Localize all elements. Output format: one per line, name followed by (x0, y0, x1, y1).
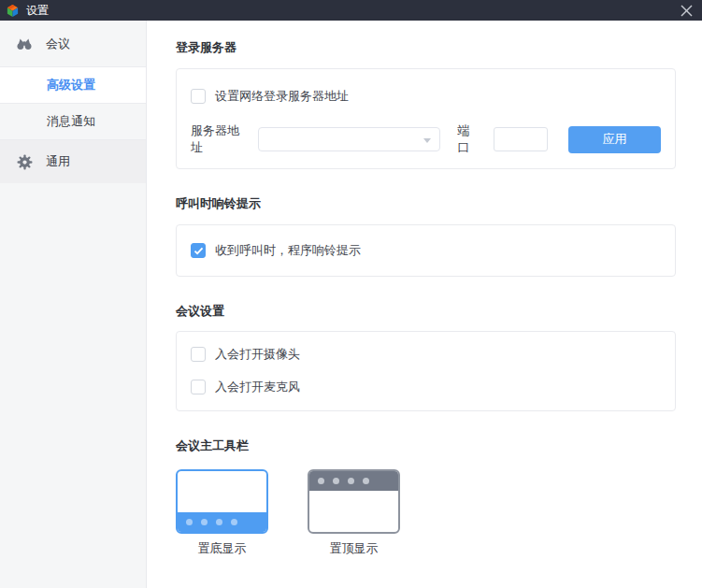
sidebar-item-general[interactable]: 通用 (0, 140, 146, 183)
sidebar-item-label: 通用 (46, 153, 70, 170)
window-title: 设置 (26, 3, 49, 19)
section-title-main-toolbar: 会议主工具栏 (176, 437, 678, 454)
sidebar-item-meeting[interactable]: 会议 (0, 21, 146, 67)
toolbar-bar-top (309, 471, 398, 491)
server-address-select[interactable] (258, 127, 440, 151)
port-input[interactable] (494, 127, 548, 151)
camera-on-join-checkbox[interactable] (191, 347, 206, 362)
sidebar-item-label: 高级设置 (47, 77, 95, 93)
ring-on-call-checkbox-label: 收到呼叫时，程序响铃提示 (215, 242, 361, 259)
sidebar-item-label: 消息通知 (47, 113, 95, 130)
binoculars-icon (16, 36, 33, 50)
ring-alert-card: 收到呼叫时，程序响铃提示 (176, 224, 676, 277)
toolbar-dot-icon (333, 478, 339, 484)
toolbar-bottom-label: 置底显示 (198, 540, 247, 557)
close-icon (681, 5, 693, 17)
section-title-login-server: 登录服务器 (176, 39, 678, 56)
meeting-settings-card: 入会打开摄像头 入会打开麦克风 (176, 331, 676, 411)
sidebar-item-advanced-settings[interactable]: 高级设置 (0, 67, 146, 104)
toolbar-dot-icon (216, 519, 222, 525)
network-server-checkbox-label: 设置网络登录服务器地址 (215, 88, 349, 105)
toolbar-top-option[interactable]: 置顶显示 (308, 469, 400, 557)
settings-window: 设置 会议 (0, 0, 702, 588)
toolbar-dot-icon (318, 478, 324, 484)
check-icon (193, 247, 204, 255)
toolbar-dot-icon (363, 478, 369, 484)
apply-button[interactable]: 应用 (568, 126, 661, 153)
toolbar-dot-icon (201, 519, 208, 525)
network-server-checkbox[interactable] (191, 89, 206, 104)
toolbar-position-options: 置底显示 置顶显示 (176, 469, 678, 557)
sidebar-item-label: 会议 (46, 36, 70, 52)
gear-icon (16, 154, 33, 170)
server-address-label: 服务器地址 (191, 122, 251, 156)
mic-on-join-checkbox-label: 入会打开麦克风 (215, 379, 300, 395)
toolbar-bar-bottom (178, 512, 266, 532)
mic-on-join-checkbox[interactable] (191, 380, 206, 394)
sidebar: 会议 高级设置 消息通知 (0, 21, 147, 588)
app-logo-cube-icon (6, 4, 20, 18)
section-title-meeting-settings: 会议设置 (176, 303, 678, 320)
toolbar-dot-icon (348, 478, 354, 484)
sidebar-item-message-notification[interactable]: 消息通知 (0, 104, 146, 140)
close-button[interactable] (670, 0, 702, 21)
toolbar-bottom-preview (176, 469, 268, 534)
camera-on-join-checkbox-label: 入会打开摄像头 (215, 346, 300, 363)
section-title-ring-alert: 呼叫时响铃提示 (176, 195, 678, 212)
login-server-card: 设置网络登录服务器地址 服务器地址 端口 应用 (176, 68, 676, 169)
toolbar-dot-icon (186, 519, 193, 525)
chevron-down-icon (423, 138, 431, 143)
toolbar-top-preview (308, 469, 400, 534)
ring-on-call-checkbox[interactable] (191, 243, 206, 258)
port-label: 端口 (457, 122, 481, 156)
titlebar: 设置 (0, 0, 702, 21)
main-panel: 登录服务器 设置网络登录服务器地址 服务器地址 端口 应用 呼叫时响铃提示 (148, 21, 702, 588)
toolbar-bottom-option[interactable]: 置底显示 (176, 469, 268, 557)
toolbar-top-label: 置顶显示 (330, 540, 379, 557)
toolbar-dot-icon (231, 519, 237, 525)
